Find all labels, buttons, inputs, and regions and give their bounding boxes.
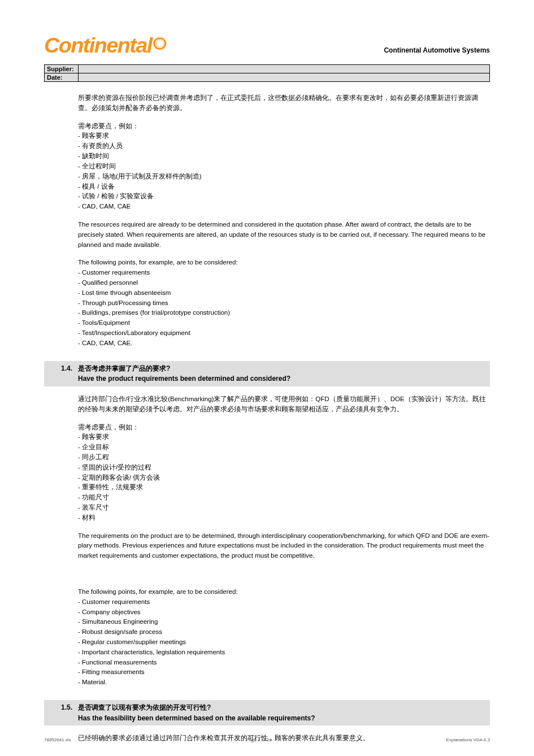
footer-left: 78852641.xls xyxy=(44,737,71,742)
date-row: Date: xyxy=(45,73,489,81)
list-en: The following points, for example, are t… xyxy=(78,258,490,348)
section-1-5: 1.5. 是否调查了以现有要求为依据的开发可行性? Has the feasib… xyxy=(44,700,490,725)
section-num: 1.4. xyxy=(61,363,78,384)
list-item: - 顾客要求 xyxy=(78,131,490,141)
list-item: - Robust design/safe process xyxy=(78,627,490,637)
section-1-4: 1.4. 是否考虑并掌握了产品的要求? Have the product req… xyxy=(44,361,490,386)
para: 所要求的资源在报价阶段已经调查并考虑到了，在正式委托后，这些数据必须精确化。在要… xyxy=(78,93,490,114)
list-item: - 顾客要求 xyxy=(78,432,490,442)
footer-center: Page 2 of 24 xyxy=(246,737,271,742)
list-item: - Customer requirements xyxy=(78,268,490,278)
date-value xyxy=(79,73,489,81)
list-item: - 功能尺寸 xyxy=(78,493,490,503)
list-item: - 试验 / 检验 / 实验室设备 xyxy=(78,192,490,202)
para: The requirements on the product are to b… xyxy=(78,531,490,561)
list-item: - 全过程时间 xyxy=(78,162,490,172)
footer: 78852641.xls Page 2 of 24 Explanations V… xyxy=(44,737,490,742)
para: 通过跨部门合作/行业水准比较(Benchmarking)来了解产品的要求，可使用… xyxy=(78,394,490,415)
list-head: 需考虑要点，例如： xyxy=(78,423,490,433)
list-item: - 定期的顾客会谈/ 供方会谈 xyxy=(78,473,490,483)
list-item: - Functional measurements xyxy=(78,658,490,668)
list-item: - Fitting measurements xyxy=(78,667,490,677)
list-item: - Regular customer/supplier meetings xyxy=(78,637,490,648)
para: The resources required are already to be… xyxy=(78,220,490,250)
list-item: - 重要特性，法规要求 xyxy=(78,483,490,493)
page: Continental Continental Automotive Syste… xyxy=(0,0,534,756)
supplier-row: Supplier: xyxy=(45,65,489,73)
section-titles: 是否考虑并掌握了产品的要求? Have the product requirem… xyxy=(78,363,488,384)
list-item: - 材料 xyxy=(78,513,490,523)
supplier-value xyxy=(79,65,489,73)
content: 所要求的资源在报价阶段已经调查并考虑到了，在正式委托后，这些数据必须精确化。在要… xyxy=(44,82,490,744)
section-num: 1.5. xyxy=(61,702,78,723)
list-item: - 企业目标 xyxy=(78,442,490,453)
supplier-label: Supplier: xyxy=(45,65,79,73)
list-item: - Buildings, premises (for trial/prototy… xyxy=(78,308,490,318)
section-title-cn: 是否考虑并掌握了产品的要求? xyxy=(78,363,488,374)
list-item: - 有资质的人员 xyxy=(78,141,490,151)
list-item: - Material. xyxy=(78,677,490,688)
section-title-en: Has the feasibility been determined base… xyxy=(78,713,488,724)
list-item: - Lost time through absenteeism xyxy=(78,288,490,298)
list-item: - Through put/Processing times xyxy=(78,298,490,309)
list-item: - CAD, CAM, CAE xyxy=(78,202,490,212)
list-item: - 装车尺寸 xyxy=(78,503,490,513)
list-cn: 需考虑要点，例如： - 顾客要求 - 企业目标 - 同步工程 - 坚固的设计/受… xyxy=(78,423,490,523)
logo: Continental xyxy=(44,34,167,58)
list-item: - Simultaneous Engineering xyxy=(78,617,490,627)
list-head: The following points, for example, are t… xyxy=(78,587,490,597)
list-item: - Company objectives xyxy=(78,607,490,618)
list-item: - Qualified personnel xyxy=(78,278,490,288)
list-head: The following points, for example, are t… xyxy=(78,258,490,268)
list-item: - Customer requirements xyxy=(78,597,490,607)
list-item: - Important characteristics, legislation… xyxy=(78,648,490,658)
meta-table: Supplier: Date: xyxy=(44,64,490,82)
list-item: - 同步工程 xyxy=(78,453,490,463)
list-item: - 模具 / 设备 xyxy=(78,182,490,192)
logo-ring-icon xyxy=(154,37,167,50)
header: Continental Continental Automotive Syste… xyxy=(44,34,490,58)
section-titles: 是否调查了以现有要求为依据的开发可行性? Has the feasibility… xyxy=(78,702,488,723)
section-title-en: Have the product requirements been deter… xyxy=(78,373,488,384)
list-cn: 需考虑要点，例如： - 顾客要求 - 有资质的人员 - 缺勤时间 - 全过程时间… xyxy=(78,121,490,212)
brand-name: Continental Automotive Systems xyxy=(384,46,490,58)
list-head: 需考虑要点，例如： xyxy=(78,121,490,132)
section-title-cn: 是否调查了以现有要求为依据的开发可行性? xyxy=(78,702,488,713)
list-item: - Tools/Equipment xyxy=(78,318,490,328)
list-item: - CAD, CAM, CAE. xyxy=(78,338,490,349)
list-item: - 缺勤时间 xyxy=(78,151,490,162)
list-en: The following points, for example, are t… xyxy=(78,587,490,688)
logo-text: Continental xyxy=(44,34,152,58)
date-label: Date: xyxy=(45,73,79,81)
spacer xyxy=(78,569,490,579)
list-item: - Test/Inspection/Laboratory equipment xyxy=(78,328,490,338)
footer-right: Explanations VDA 6.3 xyxy=(446,737,490,742)
list-item: - 房屋，场地(用于试制及开发样件的制造) xyxy=(78,172,490,182)
list-item: - 坚固的设计/受控的过程 xyxy=(78,463,490,473)
